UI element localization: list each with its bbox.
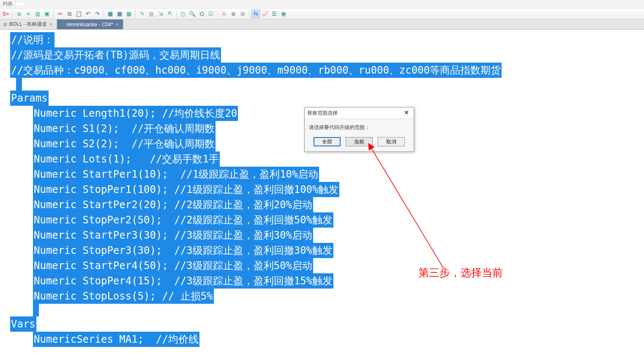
cut-icon[interactable]: ✂ [56,10,64,18]
toolbar-separator [176,10,177,18]
top-tab-strip: 列表 [0,0,644,8]
code-line[interactable]: Numeric StartPer2(20); //2级跟踪止盈，盈利20%启动 [1,197,643,212]
code-text: Numeric S2(2); //平仓确认周期数 [33,136,216,151]
dialog-title-text: 替换范围选择 [307,110,338,117]
document-tab-label: renrenkuanke - C04* [66,22,113,28]
code-text: Numeric StopPer2(50); //2级跟踪止盈，盈利回撤50%触发 [33,212,333,228]
list-1-icon[interactable]: ≣ [15,10,23,18]
code-line[interactable]: Numeric Lots(1); //交易手数1手 [1,151,643,167]
code-line[interactable]: Numeric StartPer3(30); //3级跟踪止盈，盈利30%启动 [1,228,643,243]
code-line[interactable] [1,78,643,91]
redo-icon[interactable]: ↷ [93,10,101,18]
cancel-button[interactable]: 取消 [378,137,405,146]
code-text: Numeric Lots(1); //交易手数1手 [33,151,220,167]
code-text: //交易品种：c9000、cf000、hc000、i9000、j9000、m90… [10,63,502,78]
toolbar-separator [104,10,104,18]
list-select-icon[interactable]: ▥ [33,10,42,18]
document-tab[interactable]: NBOLL - 布林通道× [0,19,57,29]
annotation-text: 第三步，选择当前 [418,266,503,280]
code-line[interactable]: Numeric StartPer1(10); //1级跟踪止盈，盈利10%启动 [1,167,643,182]
sync-icon[interactable]: ⇆ [251,10,260,18]
toolbar-separator [249,10,249,18]
toolbar-separator [12,10,13,18]
list-2-icon[interactable]: ≡ [24,10,33,18]
script-icon: N [60,22,64,27]
code-line[interactable]: Params [1,91,643,106]
line-chart-icon[interactable]: 📈 [261,10,269,18]
code-line[interactable]: //说明： [1,32,643,47]
code-text: NumericSeries MA1; //均价线 [33,332,199,347]
grid-1-icon[interactable]: ▦ [106,10,115,18]
code-line[interactable]: Numeric StopPer2(50); //2级跟踪止盈，盈利回撤50%触发 [1,212,643,228]
code-line[interactable]: //源码是交易开拓者(TB)源码，交易周期日线 [1,47,643,63]
all-button[interactable]: 全部 [314,137,341,146]
code-text: Numeric StartPer1(10); //1级跟踪止盈，盈利10%启动 [33,167,319,182]
replace-scope-dialog: 替换范围选择 ✕ 请选择要代码升级的范围： 全部 当前 取消 [304,107,414,152]
code-line[interactable]: Numeric StopLoss(5); // 止损5% [1,289,643,304]
mag-minus-icon[interactable]: ⊖ [238,10,247,18]
partial-left-tab[interactable]: 列表 [0,0,16,8]
code-text: Numeric StopLoss(5); // 止损5% [33,289,214,304]
dialog-message: 请选择要代码升级的范围： [305,119,414,134]
code-line[interactable]: //交易品种：c9000、cf000、hc000、i9000、j9000、m90… [1,63,643,78]
code-line[interactable]: Numeric StopPer1(100); //1级跟踪止盈，盈利回撤100%… [1,182,643,197]
main-toolbar: S+≣≡▥▣✂⧉📋↶↷▦▦▦✎▥⇲⇱◫🔍⌬☑A⊕⊖⇆📈☰▣ [0,8,644,19]
selection-marker [16,78,22,91]
selection-marker [33,304,39,316]
document-tab-label: BOLL - 布林通道 [9,21,47,28]
code-text: Numeric StartPer3(30); //3级跟踪止盈，盈利30%启动 [33,228,313,243]
code-line[interactable]: Numeric StopPer4(15); //3级跟踪止盈，盈利回撤15%触发 [1,273,643,289]
import-icon[interactable]: ⇲ [156,10,165,18]
text-a-icon[interactable]: A [220,10,228,18]
code-text: Numeric StartPer4(50); //3级跟踪止盈，盈利50%启动 [33,258,313,273]
dialog-button-row: 全部 当前 取消 [305,134,414,151]
code-text: Params [10,91,49,106]
chart-icon[interactable]: ◫ [179,10,187,18]
code-text: Vars [10,316,36,332]
code-editor[interactable]: //说明：//源码是交易开拓者(TB)源码，交易周期日线//交易品种：c9000… [0,30,644,348]
current-button[interactable]: 当前 [346,137,373,146]
edit-green-icon[interactable]: ✎ [138,10,146,18]
toolbar-separator [53,10,54,18]
code-text: Numeric StopPer1(100); //1级跟踪止盈，盈利回撤100%… [33,182,339,197]
check-doc-icon[interactable]: ☑ [207,10,215,18]
code-text: Numeric StopPer3(30); //3级跟踪止盈，盈利回撤30%触发 [33,243,333,258]
code-line[interactable]: Vars [1,316,643,332]
zoom-icon[interactable]: 🔍 [188,10,196,18]
rules-icon[interactable]: ☰ [270,10,278,18]
code-line[interactable]: Numeric StopPer3(30); //3级跟踪止盈，盈利回撤30%触发 [1,243,643,258]
code-text: Numeric S1(2); //开仓确认周期数 [33,121,216,136]
select-rect-icon[interactable]: ▣ [43,10,51,18]
toolbar-separator [135,10,136,18]
code-line[interactable] [1,304,643,316]
s-plus-icon[interactable]: S+ [2,10,10,18]
mag-plus-icon[interactable]: ⊕ [229,10,237,18]
export-icon[interactable]: ⇱ [166,10,174,18]
document-tab[interactable]: Nrenrenkuanke - C04*× [57,19,123,29]
close-icon[interactable]: × [116,22,119,28]
grid-2-icon[interactable]: ▦ [115,10,124,18]
script-icon: N [3,22,7,27]
code-line[interactable]: NumericSeries MA1; //均价线 [1,332,643,347]
toolbar-separator [217,10,218,18]
code-text: Numeric StopPer4(15); //3级跟踪止盈，盈利回撤15%触发 [33,273,333,289]
undo-icon[interactable]: ↶ [84,10,92,18]
doc-icon[interactable]: ▥ [147,10,156,18]
close-icon[interactable]: ✕ [402,109,411,117]
tree-icon[interactable]: ⌬ [197,10,206,18]
code-text: //说明： [10,32,55,47]
blocks-icon[interactable]: ▦ [125,10,133,18]
code-line[interactable]: Numeric StartPer4(50); //3级跟踪止盈，盈利50%启动 [1,258,643,273]
top-tab-active[interactable] [16,3,25,5]
code-text: //源码是交易开拓者(TB)源码，交易周期日线 [10,47,221,63]
code-text: Numeric StartPer2(20); //2级跟踪止盈，盈利20%启动 [33,197,313,212]
copy-icon[interactable]: ⧉ [65,10,74,18]
target-icon[interactable]: ▣ [279,10,288,18]
code-text: Numeric Length1(20); //均价线长度20 [33,106,238,121]
document-tab-bar: NBOLL - 布林通道×Nrenrenkuanke - C04*× [0,19,644,30]
close-icon[interactable]: × [49,22,52,28]
dialog-titlebar: 替换范围选择 ✕ [305,107,414,119]
paste-icon[interactable]: 📋 [74,10,83,18]
